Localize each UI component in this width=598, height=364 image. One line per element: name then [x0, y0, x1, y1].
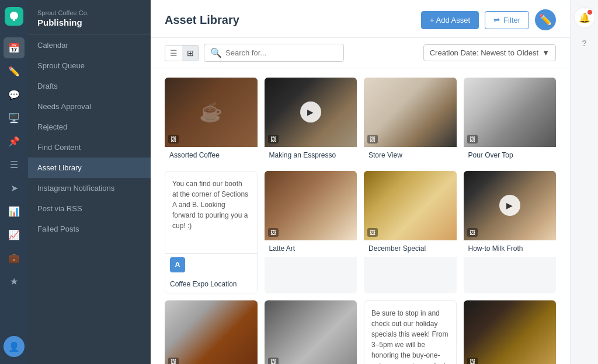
- notification-dot: [587, 10, 592, 15]
- text-type-badge: A: [170, 257, 185, 272]
- sidebar-item-needs-approval[interactable]: Needs Approval: [28, 96, 151, 117]
- asset-card-december-special[interactable]: 🖼 December Special: [364, 171, 457, 293]
- asset-type-badge: 🖼: [168, 358, 179, 364]
- asset-name: Assorted Coffee: [165, 147, 258, 164]
- list-view-button[interactable]: ☰: [165, 46, 182, 61]
- asset-name: Latte Art: [265, 240, 357, 257]
- toolbar-left: ☰ ⊞ 🔍: [165, 44, 344, 62]
- nav-avatar-icon[interactable]: 👤: [4, 336, 25, 357]
- nav-reports-icon[interactable]: 📈: [4, 224, 25, 245]
- main-header: Asset Library + Add Asset ⇌ Filter ✏️: [151, 0, 570, 38]
- sidebar-item-failed-posts[interactable]: Failed Posts: [28, 219, 151, 239]
- nav-star-icon[interactable]: ★: [4, 271, 25, 292]
- filter-button[interactable]: ⇌ Filter: [485, 11, 529, 29]
- asset-card-milk-froth[interactable]: ▶ 🖼 How-to Milk Froth: [464, 171, 557, 293]
- help-button[interactable]: ?: [574, 33, 595, 54]
- chevron-down-icon: ▼: [542, 48, 550, 57]
- nav-brand: Sprout Coffee Co.: [37, 9, 141, 16]
- nav-menu: Calendar Sprout Queue Drafts Needs Appro…: [28, 35, 151, 239]
- main-content: Asset Library + Add Asset ⇌ Filter ✏️ ☰ …: [151, 0, 570, 364]
- grid-view-button[interactable]: ⊞: [182, 46, 199, 61]
- nav-pin-icon[interactable]: 📌: [4, 131, 25, 152]
- add-asset-button[interactable]: + Add Asset: [421, 11, 479, 29]
- sort-label: Creation Date: Newest to Oldest: [430, 48, 538, 57]
- edit-icon: ✏️: [539, 13, 552, 26]
- asset-grid-container: ☕ 🖼 Assorted Coffee ▶ 🖼 Making an Esspre…: [151, 68, 570, 364]
- nav-inbox-icon[interactable]: 💬: [4, 84, 25, 105]
- asset-name: December Special: [364, 240, 457, 257]
- app-logo[interactable]: [5, 7, 23, 26]
- asset-type-badge: 🖼: [268, 358, 279, 364]
- view-toggle: ☰ ⊞: [165, 45, 199, 61]
- asset-card-pour-over[interactable]: 🖼 Pour Over Top: [464, 78, 557, 164]
- asset-card-store-view[interactable]: 🖼 Store View: [364, 78, 457, 164]
- asset-thumbnail: ▶ 🖼: [464, 171, 557, 240]
- icon-sidebar: 📅 ✏️ 💬 🖥️ 📌 ☰ ➤ 📊 📈 💼 ★ 👤: [0, 0, 28, 364]
- sidebar-item-post-via-rss[interactable]: Post via RSS: [28, 198, 151, 219]
- asset-thumbnail: 🖼: [464, 78, 557, 147]
- asset-thumbnail: 🖼: [364, 171, 457, 240]
- asset-card-latte-art[interactable]: 🖼 Latte Art: [265, 171, 357, 293]
- play-icon: ▶: [300, 102, 321, 123]
- play-icon: ▶: [499, 195, 520, 216]
- sidebar-item-find-content[interactable]: Find Content: [28, 137, 151, 158]
- asset-thumbnail: ▶ 🖼: [265, 78, 357, 147]
- asset-type-badge: 🖼: [467, 358, 478, 364]
- search-icon: 🔍: [210, 47, 222, 58]
- nav-header: Sprout Coffee Co. Publishing: [28, 0, 151, 35]
- asset-footer: A: [165, 253, 257, 276]
- asset-grid: ☕ 🖼 Assorted Coffee ▶ 🖼 Making an Esspre…: [165, 78, 556, 364]
- asset-card-esspresso[interactable]: ▶ 🖼 Making an Esspresso: [265, 78, 357, 164]
- asset-card-coffee-expo[interactable]: You can find our booth at the corner of …: [165, 171, 258, 293]
- asset-thumbnail: ☕ 🖼: [165, 78, 258, 147]
- nav-send-icon[interactable]: ➤: [4, 177, 25, 198]
- nav-compose-icon[interactable]: ✏️: [4, 61, 25, 82]
- asset-type-badge: 🖼: [268, 228, 279, 237]
- asset-thumbnail: 🖼: [464, 300, 557, 364]
- asset-card-holiday-specials[interactable]: Be sure to stop in and check out our hol…: [364, 300, 457, 364]
- image-icon: ☕: [199, 101, 222, 123]
- asset-thumbnail: 🖼: [265, 300, 357, 364]
- asset-card-mason-jar[interactable]: 🖼 Mason Jar: [165, 300, 258, 364]
- search-box[interactable]: 🔍: [204, 44, 344, 62]
- sidebar-item-drafts[interactable]: Drafts: [28, 76, 151, 96]
- compose-button[interactable]: ✏️: [535, 9, 556, 30]
- asset-text-content: You can find our booth at the corner of …: [165, 172, 257, 253]
- filter-label: Filter: [503, 16, 520, 24]
- nav-section: Publishing: [37, 18, 141, 27]
- asset-card-iced-coffee[interactable]: 🖼 Iced Coffee: [464, 300, 557, 364]
- nav-calendar-icon[interactable]: 📅: [4, 37, 25, 58]
- sidebar-item-rejected[interactable]: Rejected: [28, 117, 151, 137]
- sidebar-item-sprout-queue[interactable]: Sprout Queue: [28, 55, 151, 76]
- asset-type-badge: 🖼: [467, 135, 478, 144]
- asset-card-assorted-coffee[interactable]: ☕ 🖼 Assorted Coffee: [165, 78, 258, 164]
- sidebar-item-calendar[interactable]: Calendar: [28, 35, 151, 55]
- asset-name: Store View: [364, 147, 457, 164]
- sidebar-item-asset-library[interactable]: Asset Library: [28, 158, 151, 178]
- search-input[interactable]: [225, 48, 338, 57]
- asset-type-badge: 🖼: [168, 135, 179, 144]
- sidebar-item-instagram-notifications[interactable]: Instagram Notifications: [28, 178, 151, 198]
- nav-monitor-icon[interactable]: 🖥️: [4, 107, 25, 128]
- sort-dropdown[interactable]: Creation Date: Newest to Oldest ▼: [423, 44, 556, 61]
- filter-icon: ⇌: [493, 16, 500, 24]
- asset-text-content: Be sure to stop in and check out our hol…: [364, 301, 456, 364]
- nav-tasks-icon[interactable]: ☰: [4, 154, 25, 175]
- asset-name: How-to Milk Froth: [464, 240, 557, 257]
- asset-thumbnail: 🖼: [364, 78, 457, 147]
- asset-name: Coffee Expo Location: [165, 276, 257, 293]
- nav-analytics-icon[interactable]: 📊: [4, 201, 25, 222]
- nav-briefcase-icon[interactable]: 💼: [4, 247, 25, 268]
- asset-card-cafe-interior[interactable]: 🖼 Cafe Interior: [265, 300, 357, 364]
- asset-type-badge: 🖼: [367, 228, 378, 237]
- asset-thumbnail: 🖼: [165, 300, 258, 364]
- header-actions: + Add Asset ⇌ Filter ✏️: [421, 9, 556, 30]
- asset-name: Making an Esspresso: [265, 147, 357, 164]
- asset-name: Pour Over Top: [464, 147, 557, 164]
- asset-type-badge: 🖼: [268, 135, 279, 144]
- asset-type-badge: 🖼: [367, 135, 378, 144]
- nav-sidebar: Sprout Coffee Co. Publishing Calendar Sp…: [28, 0, 151, 364]
- toolbar: ☰ ⊞ 🔍 Creation Date: Newest to Oldest ▼: [151, 38, 570, 68]
- notifications-button[interactable]: 🔔: [574, 7, 595, 28]
- page-title: Asset Library: [165, 13, 239, 27]
